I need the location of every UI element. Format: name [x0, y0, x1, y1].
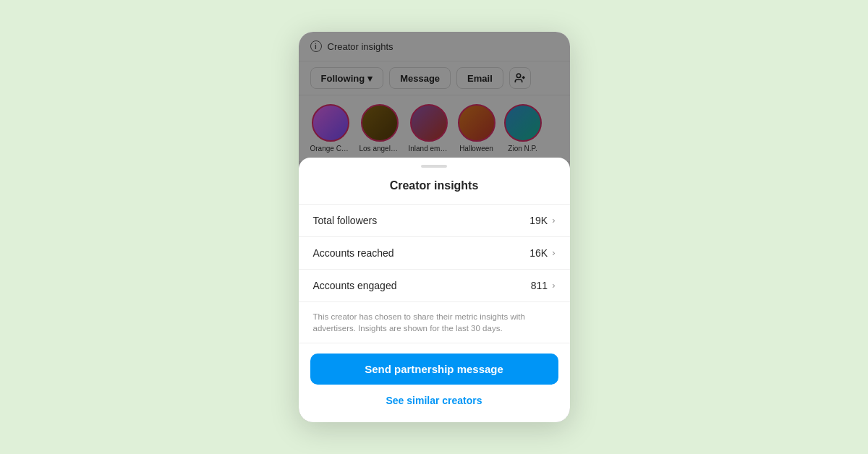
insight-row-engaged[interactable]: Accounts engaged 811 ›: [299, 270, 570, 302]
chevron-right-icon: ›: [552, 280, 555, 291]
accounts-reached-value: 16K: [529, 247, 548, 259]
total-followers-right: 19K ›: [529, 215, 555, 226]
insight-row-followers[interactable]: Total followers 19K ›: [299, 205, 570, 237]
sheet-title: Creator insights: [299, 179, 570, 192]
accounts-engaged-label: Accounts engaged: [313, 280, 397, 291]
accounts-reached-right: 16K ›: [529, 247, 555, 259]
send-partnership-button[interactable]: Send partnership message: [310, 354, 558, 385]
insights-list: Total followers 19K › Accounts reached 1…: [299, 204, 570, 343]
see-similar-link[interactable]: See similar creators: [299, 390, 570, 411]
insight-row-reached[interactable]: Accounts reached 16K ›: [299, 237, 570, 270]
bottom-sheet: Creator insights Total followers 19K › A…: [299, 158, 570, 422]
total-followers-value: 19K: [529, 215, 548, 226]
chevron-right-icon: ›: [552, 247, 555, 258]
sheet-handle: [421, 165, 447, 168]
accounts-engaged-right: 811 ›: [531, 280, 556, 291]
chevron-right-icon: ›: [552, 215, 555, 226]
accounts-engaged-value: 811: [531, 280, 548, 291]
phone-container: i Creator insights Following ▾ Message E…: [299, 32, 570, 422]
accounts-reached-label: Accounts reached: [313, 247, 394, 259]
insight-note: This creator has chosen to share their m…: [299, 302, 570, 343]
total-followers-label: Total followers: [313, 215, 378, 226]
